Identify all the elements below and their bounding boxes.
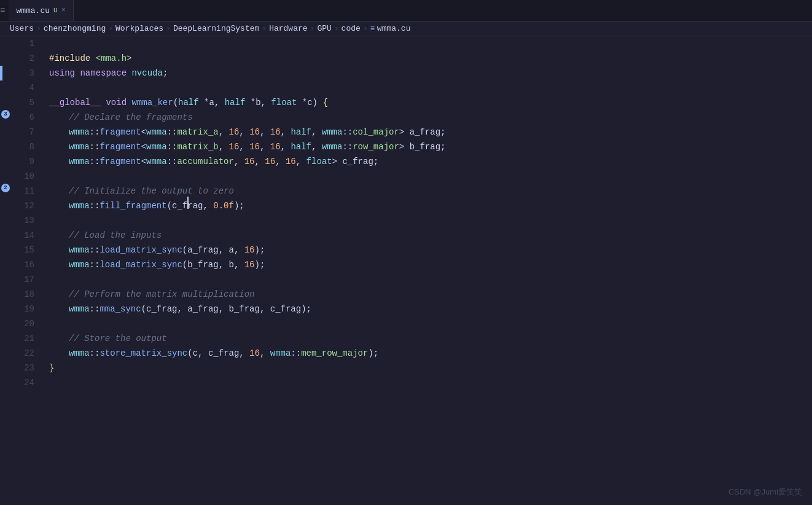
code-line-13 — [49, 213, 812, 228]
code-editor[interactable]: #include <mma.h> using namespace nvcuda;… — [44, 36, 812, 503]
code-line-2: #include <mma.h> — [49, 51, 812, 66]
code-line-24 — [49, 375, 812, 390]
ln-8: 8 — [12, 139, 44, 154]
code-line-17 — [49, 272, 812, 287]
breadcrumb-gpu[interactable]: GPU — [317, 24, 331, 33]
badge-11: 2 — [1, 184, 10, 192]
ln-9: 9 — [12, 154, 44, 169]
watermark: CSDN @Jumi爱笑笑 — [728, 487, 802, 498]
tab-modified-indicator: U — [53, 7, 58, 14]
breadcrumb-sep-7: › — [363, 24, 368, 33]
gutter-bar-3 — [0, 66, 2, 80]
code-line-10 — [49, 169, 812, 184]
menu-icon: ≡ — [0, 6, 5, 15]
breadcrumb-sep-2: › — [108, 24, 113, 33]
ln-16: 16 — [12, 257, 44, 272]
tab-filename: wmma.cu — [16, 6, 50, 15]
code-line-1 — [49, 36, 812, 51]
code-line-6: // Declare the fragments — [49, 110, 812, 125]
ln-10: 10 — [12, 169, 44, 184]
ln-14: 14 — [12, 228, 44, 243]
code-line-22: wmma::store_matrix_sync(c, c_frag, 16, w… — [49, 346, 812, 361]
tab-bar: ≡ wmma.cu U × — [0, 0, 812, 22]
code-line-11: // Initialize the output to zero — [49, 184, 812, 198]
ln-18: 18 — [12, 287, 44, 302]
ln-19: 19 — [12, 302, 44, 316]
code-line-23: } — [49, 361, 812, 375]
code-line-7: wmma::fragment<wmma::matrix_a, 16, 16, 1… — [49, 125, 812, 139]
tab-wmma[interactable]: wmma.cu U × — [9, 0, 73, 21]
code-line-19: wmma::mma_sync(c_frag, a_frag, b_frag, c… — [49, 302, 812, 316]
code-line-20 — [49, 316, 812, 331]
breadcrumb-sep-5: › — [310, 24, 315, 33]
breadcrumb-sep-3: › — [166, 24, 171, 33]
editor: 3 2 1 2 3 4 5 6 7 8 9 10 11 12 13 14 15 … — [0, 36, 812, 503]
ln-23: 23 — [12, 361, 44, 375]
breadcrumb-users[interactable]: Users — [10, 24, 34, 33]
ln-11: 11 — [12, 184, 44, 198]
breadcrumb-filename[interactable]: wmma.cu — [377, 24, 411, 33]
badge-6: 3 — [1, 110, 10, 119]
breadcrumb-sep-1: › — [36, 24, 41, 33]
ln-15: 15 — [12, 243, 44, 257]
ln-22: 22 — [12, 346, 44, 361]
code-line-4 — [49, 80, 812, 95]
breadcrumb-deeplearning[interactable]: DeepLearningSystem — [173, 24, 259, 33]
code-line-12: wmma::fill_fragment(c_frag, 0.0f); — [49, 198, 812, 213]
ln-20: 20 — [12, 316, 44, 331]
ln-2: 2 — [12, 51, 44, 66]
ln-6: 6 — [12, 110, 44, 125]
ln-7: 7 — [12, 125, 44, 139]
tab-close-button[interactable]: × — [61, 6, 66, 15]
code-line-8: wmma::fragment<wmma::matrix_b, 16, 16, 1… — [49, 139, 812, 154]
line-numbers: 1 2 3 4 5 6 7 8 9 10 11 12 13 14 15 16 1… — [12, 36, 44, 503]
ln-4: 4 — [12, 80, 44, 95]
code-line-9: wmma::fragment<wmma::accumulator, 16, 16… — [49, 154, 812, 169]
code-line-15: wmma::load_matrix_sync(a_frag, a, 16); — [49, 243, 812, 257]
breadcrumb-sep-4: › — [262, 24, 267, 33]
breadcrumb: Users › chenzhongming › Workplaces › Dee… — [0, 22, 812, 36]
ln-21: 21 — [12, 331, 44, 346]
code-line-5: __global__ void wmma_ker(half *a, half *… — [49, 95, 812, 110]
ln-13: 13 — [12, 213, 44, 228]
file-icon: ≡ — [370, 25, 375, 33]
code-line-16: wmma::load_matrix_sync(b_frag, b, 16); — [49, 257, 812, 272]
breadcrumb-hardware[interactable]: Hardware — [269, 24, 307, 33]
breadcrumb-workplaces[interactable]: Workplaces — [115, 24, 163, 33]
code-line-14: // Load the inputs — [49, 228, 812, 243]
ln-1: 1 — [12, 36, 44, 51]
code-line-21: // Store the output — [49, 331, 812, 346]
code-line-18: // Perform the matrix multiplication — [49, 287, 812, 302]
ln-24: 24 — [12, 375, 44, 390]
ln-12: 12 — [12, 198, 44, 213]
ln-17: 17 — [12, 272, 44, 287]
breadcrumb-sep-6: › — [334, 24, 339, 33]
editor-gutter: 3 2 — [0, 36, 12, 503]
ln-3: 3 — [12, 66, 44, 80]
breadcrumb-code[interactable]: code — [342, 24, 361, 33]
breadcrumb-chenzhongming[interactable]: chenzhongming — [44, 24, 106, 33]
ln-5: 5 — [12, 95, 44, 110]
code-line-3: using namespace nvcuda; — [49, 66, 812, 80]
